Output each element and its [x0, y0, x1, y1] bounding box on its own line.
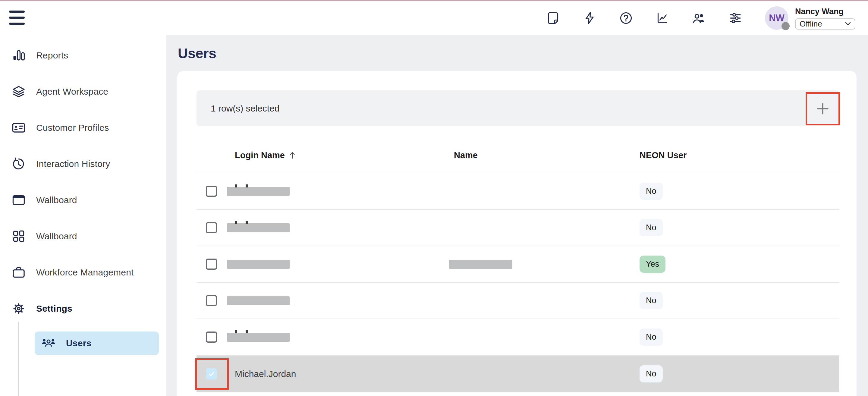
selection-toolbar: 1 row(s) selected [196, 90, 839, 126]
chevron-down-icon [845, 22, 851, 26]
main-content: Users 1 row(s) selected Login Name Name [166, 35, 868, 396]
row-checkbox[interactable] [206, 258, 217, 270]
bar-chart-icon [11, 48, 26, 63]
row-checkbox[interactable] [206, 332, 217, 343]
table-row[interactable]: Michael.Jordan No [196, 356, 839, 392]
sidebar-item-wallboard-2[interactable]: Wallboard [0, 218, 166, 254]
redacted-name [449, 260, 513, 269]
notes-icon [546, 11, 560, 25]
topbar: NW Nancy Wang Offline [0, 1, 868, 35]
redacted-login-name [227, 223, 290, 232]
sidebar-item-interaction-history[interactable]: Interaction History [0, 146, 166, 182]
sidebar-item-settings[interactable]: Settings [0, 291, 166, 327]
sidebar-item-users-active[interactable]: Users [35, 332, 159, 355]
menu-button[interactable] [9, 10, 25, 25]
notes-button[interactable] [546, 11, 560, 25]
layers-icon [11, 84, 26, 99]
neon-user-badge: No [640, 365, 663, 383]
help-button[interactable] [619, 11, 633, 25]
table-row[interactable]: No [196, 283, 839, 319]
users-card: 1 row(s) selected Login Name Name [177, 71, 857, 396]
window-icon [11, 193, 26, 207]
sidebar-item-customer-profiles[interactable]: Customer Profiles [0, 110, 166, 146]
users-group-icon [41, 336, 56, 351]
neon-user-badge: No [640, 292, 663, 309]
redacted-login-name [227, 260, 290, 269]
sidebar-item-agent-workspace[interactable]: Agent Workspace [0, 73, 166, 110]
row-checkbox[interactable] [206, 368, 217, 379]
table-row[interactable]: Yes [196, 246, 839, 283]
lightning-icon [583, 11, 596, 25]
avatar-initials: NW [769, 13, 784, 24]
table-row[interactable]: No [196, 319, 839, 356]
sort-ascending-icon [289, 151, 296, 159]
history-icon [11, 157, 26, 171]
add-user-button[interactable] [806, 92, 840, 125]
checkbox-column-header [196, 138, 223, 173]
sidebar-item-workforce-management[interactable]: Workforce Management [0, 254, 166, 291]
status-dropdown[interactable]: Offline [795, 19, 855, 30]
redacted-login-name [227, 296, 290, 305]
analytics-button[interactable] [655, 11, 670, 25]
id-card-icon [11, 121, 26, 135]
redacted-login-name [227, 187, 290, 196]
neon-user-badge: No [640, 219, 663, 236]
column-header-name: Name [446, 150, 630, 160]
neon-user-badge: Yes [640, 255, 665, 273]
status-dot-icon [781, 22, 789, 30]
dashboard-icon [11, 229, 26, 244]
plus-icon [815, 101, 830, 116]
contacts-icon [692, 11, 706, 25]
sidebar-item-reports[interactable]: Reports [0, 37, 166, 73]
table-row[interactable]: No [196, 173, 839, 210]
gear-icon [11, 301, 26, 316]
selection-count-text: 1 row(s) selected [211, 103, 279, 114]
neon-user-badge: No [640, 183, 663, 200]
preferences-button[interactable] [728, 11, 742, 25]
lightning-button[interactable] [583, 11, 596, 25]
sidebar-item-wallboard[interactable]: Wallboard [0, 182, 166, 218]
subnav-indent-line [18, 322, 19, 396]
analytics-icon [655, 11, 670, 25]
row-checkbox[interactable] [206, 295, 217, 306]
column-header-neon-user: NEON User [630, 150, 839, 160]
sidebar-subitem-label: Users [66, 338, 91, 348]
table-header-row: Login Name Name NEON User [196, 138, 839, 173]
status-value: Offline [800, 19, 822, 29]
app-window: NW Nancy Wang Offline Reports Agent Work… [0, 0, 868, 396]
login-name-text: Michael.Jordan [235, 369, 296, 379]
column-header-login-name[interactable]: Login Name [223, 150, 446, 160]
briefcase-icon [11, 265, 26, 280]
avatar[interactable]: NW [765, 6, 788, 30]
table-row[interactable]: No [196, 210, 839, 246]
sidebar: Reports Agent Workspace Customer Profile… [0, 35, 166, 396]
preferences-icon [728, 11, 742, 25]
user-block: Nancy Wang Offline [795, 7, 855, 30]
redacted-login-name [227, 333, 290, 342]
row-checkbox[interactable] [206, 222, 217, 233]
contacts-button[interactable] [692, 11, 706, 25]
row-checkbox[interactable] [206, 186, 217, 197]
page-title: Users [178, 45, 868, 61]
help-icon [619, 11, 633, 25]
neon-user-badge: No [640, 329, 663, 346]
user-name: Nancy Wang [795, 7, 855, 16]
topbar-actions: NW Nancy Wang Offline [546, 1, 855, 35]
users-table: Login Name Name NEON User No [196, 138, 839, 392]
